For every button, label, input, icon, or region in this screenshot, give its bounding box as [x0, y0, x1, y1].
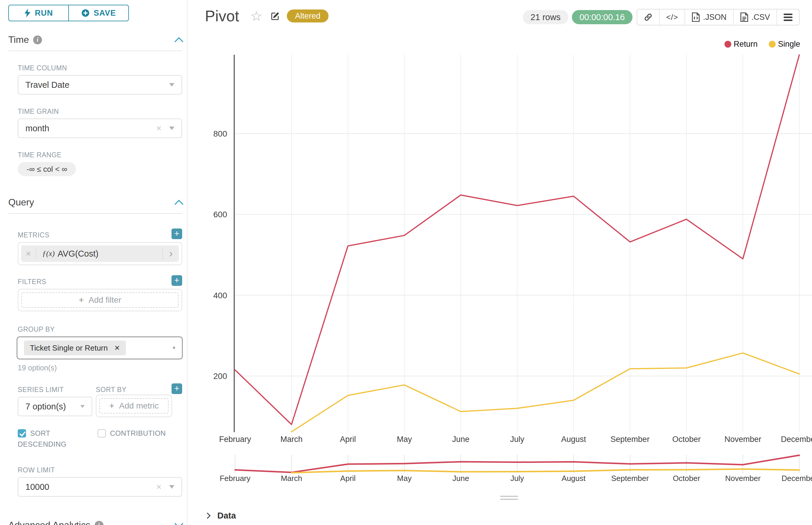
chevron-right-icon — [204, 513, 210, 519]
remove-metric-icon[interactable]: × — [21, 249, 36, 259]
edit-icon[interactable] — [270, 11, 280, 21]
add-filter-button[interactable]: + Add filter — [21, 292, 179, 308]
time-grain-select[interactable]: month × — [18, 119, 182, 138]
query-timer-label: 00:00:00.16 — [579, 12, 625, 22]
sort-by-label: SORT BY — [96, 386, 127, 394]
x-axis-label: October — [672, 435, 700, 444]
metrics-label-row: METRICS + — [8, 228, 182, 239]
mini-x-axis-label: August — [562, 474, 586, 483]
export-json-button[interactable]: .JSON — [685, 10, 734, 25]
clear-icon[interactable]: × — [173, 345, 175, 350]
mini-x-axis-label: December — [782, 474, 812, 483]
add-sort-metric-plus-button[interactable]: + — [172, 384, 182, 394]
checkbox-checked-icon[interactable] — [18, 429, 26, 437]
legend-item-return[interactable]: Return — [724, 40, 757, 49]
save-button[interactable]: SAVE — [69, 5, 129, 21]
time-section-header[interactable]: Time i — [8, 34, 182, 45]
csv-button-label: .CSV — [751, 13, 770, 22]
clear-icon[interactable]: × — [156, 482, 161, 491]
more-options-button[interactable] — [777, 10, 799, 25]
checkbox-row: SORT DESCENDING CONTRIBUTION — [18, 428, 182, 450]
chart-legend: ReturnSingle — [724, 40, 800, 49]
time-column-select[interactable]: Travel Date — [18, 75, 182, 94]
group-by-tag[interactable]: Ticket Single or Return ✕ — [24, 341, 126, 355]
run-button[interactable]: RUN — [8, 5, 69, 21]
x-axis-label: June — [452, 435, 470, 444]
x-axis-label: May — [397, 435, 412, 444]
metrics-container: × ƒ(x) AVG(Cost) › — [18, 242, 182, 265]
code-icon: </> — [666, 13, 678, 22]
favorite-star-icon[interactable]: ☆ — [250, 9, 263, 23]
data-panel-toggle[interactable]: Data — [205, 511, 236, 521]
query-section-header[interactable]: Query — [8, 197, 182, 208]
series-limit-select[interactable]: 7 option(s) — [18, 397, 92, 416]
export-csv-button[interactable]: .CSV — [734, 10, 777, 25]
time-range-pill[interactable]: -∞ ≤ col < ∞ — [18, 162, 76, 176]
dropdown-caret-icon — [169, 83, 175, 87]
contribution-checkbox[interactable]: CONTRIBUTION — [98, 428, 166, 450]
filters-label: FILTERS — [18, 278, 46, 286]
query-timer-badge: 00:00:00.16 — [572, 10, 633, 24]
advanced-analytics-header[interactable]: Advanced Analytics i — [8, 520, 182, 525]
plus-circle-icon — [81, 9, 90, 17]
checkbox-unchecked-icon[interactable] — [98, 429, 106, 437]
single-series-line — [292, 353, 799, 432]
row-limit-select[interactable]: 10000 × — [18, 477, 182, 497]
clear-icon[interactable]: × — [156, 124, 161, 133]
x-axis-label: November — [724, 435, 762, 444]
group-by-select[interactable]: Ticket Single or Return ✕ × — [17, 336, 183, 359]
mini-x-axis-label: March — [281, 474, 302, 483]
contribution-label: CONTRIBUTION — [110, 429, 166, 437]
group-by-tag-label: Ticket Single or Return — [30, 344, 108, 352]
add-metric-plus-button[interactable]: + — [172, 228, 182, 239]
mini-x-axis-label: September — [611, 474, 649, 483]
section-divider — [8, 213, 182, 214]
json-file-icon — [692, 12, 700, 22]
time-column-label: TIME COLUMN — [18, 64, 182, 72]
chevron-up-icon[interactable] — [174, 199, 183, 209]
dropdown-caret-icon — [169, 126, 175, 130]
x-axis-label: December — [781, 435, 812, 444]
superset-explore-page: RUN SAVE Time i TIME COLUMN Travel Date … — [0, 0, 812, 525]
x-axis-label: August — [561, 435, 586, 444]
lightning-icon — [24, 9, 31, 17]
export-button-group: </> .JSON .CSV — [637, 9, 800, 26]
embed-code-button[interactable]: </> — [660, 10, 685, 25]
mini-x-axis-label: February — [220, 474, 250, 483]
mini-x-axis-label: May — [397, 474, 412, 483]
chart-header: Pivot ☆ Altered 21 rows 00:00:00.16 — [188, 0, 812, 32]
chevron-up-icon[interactable] — [174, 37, 183, 46]
y-axis-tick-label: 800 — [213, 129, 227, 138]
chevron-right-icon[interactable]: › — [162, 247, 179, 260]
dropdown-caret-icon — [169, 485, 175, 489]
series-limit-label: SERIES LIMIT — [18, 386, 96, 394]
altered-badge[interactable]: Altered — [287, 10, 329, 22]
add-filter-plus-button[interactable]: + — [172, 275, 182, 286]
time-grain-value: month — [26, 123, 49, 133]
link-icon — [644, 13, 653, 21]
row-limit-value: 10000 — [26, 482, 49, 492]
single-mini-series-line — [292, 469, 799, 473]
header-right-controls: 21 rows 00:00:00.16 </> — [523, 9, 800, 26]
metric-pill[interactable]: × ƒ(x) AVG(Cost) › — [21, 245, 179, 262]
sort-descending-checkbox[interactable]: SORT DESCENDING — [18, 428, 83, 450]
limits-row: SERIES LIMIT 7 option(s) SORT BY + + Add… — [8, 386, 182, 417]
chart-title: Pivot — [205, 7, 239, 25]
mini-x-axis-label: April — [340, 474, 356, 483]
chevron-down-icon[interactable] — [174, 519, 183, 525]
mini-x-axis-label: October — [673, 474, 700, 483]
remove-tag-icon[interactable]: ✕ — [114, 344, 120, 352]
row-count-label: 21 rows — [531, 12, 561, 22]
mini-x-axis-label: November — [725, 474, 761, 483]
mini-x-axis-label: July — [511, 474, 524, 483]
csv-file-icon — [740, 12, 749, 22]
filters-container: + Add filter — [18, 289, 182, 311]
row-limit-label: ROW LIMIT — [18, 466, 182, 474]
dropdown-caret-icon — [80, 405, 85, 408]
altered-badge-label: Altered — [295, 12, 321, 21]
add-sort-metric-button[interactable]: + Add metric — [99, 398, 168, 414]
legend-item-single[interactable]: Single — [769, 40, 800, 49]
copy-link-button[interactable] — [637, 10, 660, 25]
mini-x-axis-label: June — [453, 474, 469, 483]
x-axis-label: March — [280, 435, 302, 444]
